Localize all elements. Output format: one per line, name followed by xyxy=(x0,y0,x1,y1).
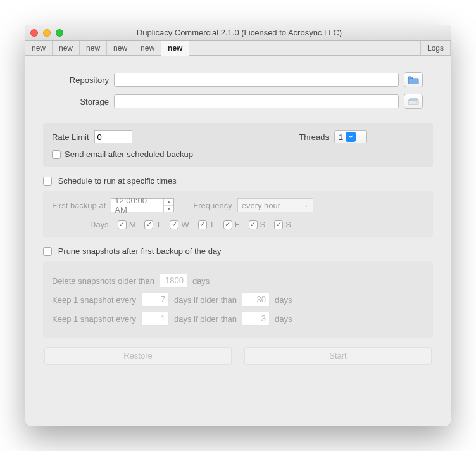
chevron-down-icon xyxy=(346,132,356,142)
tab-new-4[interactable]: new xyxy=(107,41,134,55)
keep2-every-input[interactable]: 1 xyxy=(141,312,169,326)
schedule-panel: First backup at 12:00:00 AM ▲▼ Frequency… xyxy=(43,191,433,237)
day-tue-label: T xyxy=(156,220,161,229)
day-mon-checkbox[interactable] xyxy=(118,220,127,229)
restore-button[interactable]: Restore xyxy=(44,347,232,365)
prune-panel: Delete snapshots older than 1800 days Ke… xyxy=(43,261,433,338)
delete-older-input[interactable]: 1800 xyxy=(160,274,187,288)
tab-new-5[interactable]: new xyxy=(134,41,161,55)
keep2-label-a: Keep 1 snapshot every xyxy=(52,314,136,324)
day-fri-label: F xyxy=(235,220,240,229)
titlebar: Duplicacy Commercial 2.1.0 (Licensed to … xyxy=(25,25,451,41)
chevron-down-icon: ⌄ xyxy=(304,202,309,208)
send-email-checkbox[interactable] xyxy=(52,150,61,159)
frequency-value: every hour xyxy=(242,201,280,210)
first-backup-value: 12:00:00 AM xyxy=(111,199,163,212)
tab-new-active[interactable]: new xyxy=(161,41,189,56)
svg-point-1 xyxy=(416,102,417,103)
frequency-select[interactable]: every hour ⌄ xyxy=(237,198,313,212)
repository-input[interactable] xyxy=(114,73,399,87)
app-window: Duplicacy Commercial 2.1.0 (Licensed to … xyxy=(25,25,451,426)
send-email-label: Send email after scheduled backup xyxy=(65,149,193,159)
tab-new-1[interactable]: new xyxy=(25,41,53,55)
delete-older-label-a: Delete snapshots older than xyxy=(52,276,154,286)
day-thu-label: T xyxy=(210,220,215,229)
main-content: Repository Storage xyxy=(25,56,451,375)
prune-enable-checkbox[interactable] xyxy=(43,247,52,256)
drive-icon xyxy=(408,98,419,105)
keep2-label-c: days xyxy=(275,314,292,324)
day-wed-label: W xyxy=(181,220,189,229)
stepper-arrows-icon: ▲▼ xyxy=(163,199,173,212)
browse-repository-button[interactable] xyxy=(404,72,423,87)
start-button[interactable]: Start xyxy=(244,347,432,365)
day-thu-checkbox[interactable] xyxy=(198,220,207,229)
rate-limit-input[interactable] xyxy=(94,130,132,143)
day-wed-checkbox[interactable] xyxy=(170,220,178,229)
first-backup-label: First backup at xyxy=(52,201,106,210)
storage-input[interactable] xyxy=(114,94,399,108)
day-sat-label: S xyxy=(260,220,266,229)
repository-label: Repository xyxy=(53,75,114,85)
keep1-every-input[interactable]: 7 xyxy=(141,293,169,307)
rate-panel: Rate Limit Threads 1 Send email after sc… xyxy=(43,123,433,167)
day-tue-checkbox[interactable] xyxy=(144,220,153,229)
prune-enable-label: Prune snapshots after first backup of th… xyxy=(58,246,222,256)
days-label: Days xyxy=(90,220,109,229)
threads-value: 1 xyxy=(339,132,343,142)
day-sun-label: S xyxy=(285,220,291,229)
threads-select[interactable]: 1 xyxy=(334,130,367,143)
keep2-older-input[interactable]: 3 xyxy=(242,312,270,326)
browse-storage-button[interactable] xyxy=(404,94,423,109)
day-fri-checkbox[interactable] xyxy=(223,220,232,229)
window-title: Duplicacy Commercial 2.1.0 (Licensed to … xyxy=(33,28,446,37)
folder-icon xyxy=(408,75,419,84)
frequency-label: Frequency xyxy=(193,201,232,210)
tab-bar: new new new new new new Logs xyxy=(25,41,451,56)
tab-new-2[interactable]: new xyxy=(53,41,80,55)
day-sat-checkbox[interactable] xyxy=(249,220,258,229)
first-backup-time[interactable]: 12:00:00 AM ▲▼ xyxy=(111,198,174,212)
threads-label: Threads xyxy=(299,132,329,142)
tab-logs[interactable]: Logs xyxy=(420,41,451,55)
tab-new-3[interactable]: new xyxy=(80,41,107,55)
keep1-older-input[interactable]: 30 xyxy=(242,293,270,307)
keep1-label-a: Keep 1 snapshot every xyxy=(52,295,136,305)
delete-older-label-b: days xyxy=(192,276,210,286)
storage-label: Storage xyxy=(53,97,114,106)
schedule-enable-label: Schedule to run at specific times xyxy=(58,176,177,186)
rate-limit-label: Rate Limit xyxy=(52,132,89,142)
day-mon-label: M xyxy=(129,220,136,229)
day-sun-checkbox[interactable] xyxy=(274,220,283,229)
keep1-label-b: days if older than xyxy=(174,295,237,305)
schedule-enable-checkbox[interactable] xyxy=(43,177,52,186)
keep1-label-c: days xyxy=(275,295,292,305)
keep2-label-b: days if older than xyxy=(174,314,237,324)
